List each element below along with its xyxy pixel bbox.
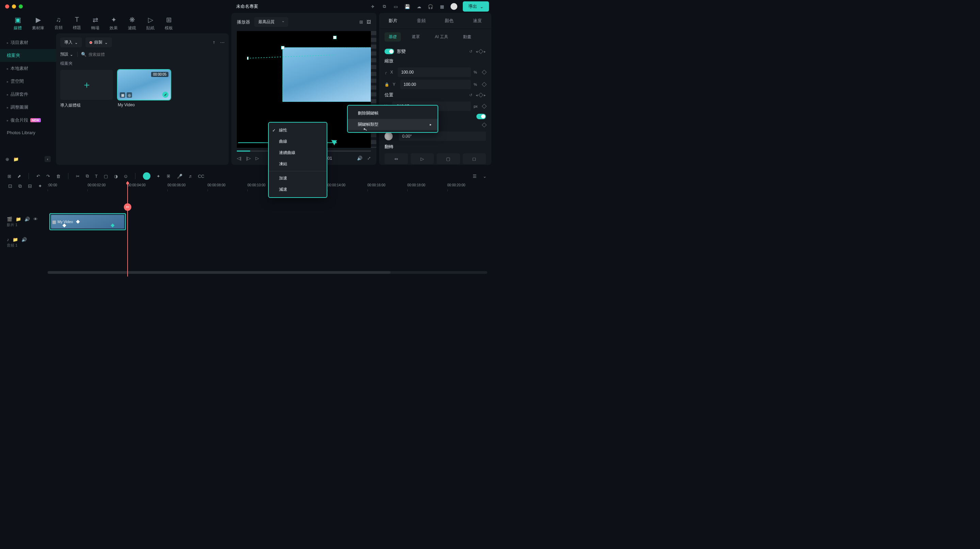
subtab-mask[interactable]: 遮罩 [408, 32, 424, 41]
ease-hold[interactable]: 凍結 [269, 158, 327, 169]
mic-icon[interactable]: 🎤 [177, 174, 182, 179]
timeline-clip[interactable]: ▦ My Video [49, 213, 126, 230]
tab-speed[interactable]: 速度 [463, 13, 492, 29]
tab-transitions[interactable]: ⇄轉場 [91, 16, 99, 31]
uniform-scale-toggle[interactable] [476, 114, 486, 119]
folder-icon[interactable]: 📁 [16, 217, 21, 222]
media-item[interactable]: 00:00:05 ▦◎ ✓ My Video [118, 70, 170, 108]
tab-color[interactable]: 顏色 [435, 13, 463, 29]
keyframe-icon[interactable] [482, 104, 487, 109]
tab-filters[interactable]: ❋濾鏡 [128, 16, 136, 31]
tab-templates[interactable]: ⊞模板 [165, 16, 173, 31]
stop-icon[interactable]: |▷ [246, 156, 250, 161]
import-tile[interactable]: ＋ 導入媒體檔 [60, 70, 113, 108]
sidebar-item-adjust[interactable]: ▸調整圖層 [0, 101, 56, 114]
cloud-icon[interactable]: ☁ [416, 3, 422, 10]
timeline-ruler[interactable]: :00:00 00:00:02:00 00:00:04:00 00:00:06:… [48, 183, 487, 192]
menu-delete-keyframe[interactable]: 刪除關鍵幀 [348, 108, 438, 119]
image-icon[interactable]: 🖼 [366, 19, 371, 24]
avatar[interactable] [450, 3, 457, 10]
search-input[interactable]: 🔍 [77, 52, 224, 57]
ease-in[interactable]: 加速 [269, 173, 327, 184]
keyframe-icon[interactable] [482, 82, 487, 87]
ease-out[interactable]: 減速 [269, 184, 327, 195]
tab-effects[interactable]: ✦效果 [110, 16, 118, 31]
keyframe-nav[interactable]: ◂▸ [476, 93, 486, 97]
flip-horizontal-button[interactable]: ⇔ [385, 153, 408, 164]
sidebar-item-project[interactable]: ▸項目素材 [0, 36, 56, 49]
delete-icon[interactable]: 🗑 [56, 174, 60, 179]
save-icon[interactable]: 💾 [404, 3, 410, 10]
volume-icon[interactable]: 🔊 [357, 156, 363, 161]
minimize-icon[interactable] [12, 5, 16, 8]
lock-icon[interactable]: 🔒 [385, 82, 389, 87]
sidebar-item-local[interactable]: ▸本地素材 [0, 62, 56, 75]
transform-toggle[interactable] [385, 49, 394, 54]
shield-icon[interactable]: ⛨ [166, 174, 171, 179]
tab-titles[interactable]: T標題 [73, 16, 81, 31]
record-icon[interactable]: ⧉ [381, 3, 387, 10]
tab-video[interactable]: 影片 [379, 13, 407, 29]
volume-icon[interactable]: 🔊 [21, 237, 27, 242]
undo-icon[interactable]: ↶ [37, 174, 40, 179]
mask-icon[interactable]: ◑ [114, 174, 118, 179]
crop-icon[interactable]: ⧉ [86, 173, 89, 179]
play-icon[interactable]: ▷ [256, 156, 259, 161]
more-icon[interactable]: ⋯ [220, 40, 224, 45]
subtab-ai[interactable]: AI 工具 [431, 32, 452, 41]
flip-vertical-button[interactable]: ▷ [411, 153, 434, 164]
fullscreen-icon[interactable]: ⤢ [367, 156, 371, 161]
tab-stock[interactable]: ▶素材庫 [32, 16, 44, 31]
sparkle-icon[interactable]: ✦ [156, 174, 160, 179]
tab-audio[interactable]: ♫音頻 [54, 16, 63, 31]
playhead[interactable] [127, 181, 128, 276]
audio-track[interactable]: ♪📁🔊 音頻 1 [7, 234, 487, 251]
ai-avatar-icon[interactable] [143, 172, 150, 180]
tab-stickers[interactable]: ▷貼紙 [146, 16, 154, 31]
record-button[interactable]: 錄製⌄ [86, 37, 112, 47]
flip-btn4[interactable]: ◻ [463, 153, 486, 164]
video-track[interactable]: 🎬📁🔊👁 影片 1 ▦ My Video [7, 213, 487, 231]
resize-handle[interactable] [281, 46, 285, 49]
scissor-icon[interactable]: ✂ [124, 203, 131, 211]
sidebar-item-folders[interactable]: 檔案夾 [0, 49, 56, 62]
video-frame[interactable] [282, 47, 371, 102]
text-icon[interactable]: T [95, 174, 98, 179]
headphones-icon[interactable]: 🎧 [427, 3, 434, 10]
filter-icon[interactable]: ⫯ [213, 40, 215, 45]
send-icon[interactable]: ✈ [369, 3, 375, 10]
folder-icon[interactable]: 📁 [13, 156, 19, 162]
sidebar-item-compound[interactable]: ▸復合片段NEW [0, 114, 56, 127]
volume-icon[interactable]: 🔊 [24, 217, 30, 222]
ease-linear[interactable]: 線性 [269, 124, 327, 136]
tab-media[interactable]: ▣媒體 [14, 16, 22, 31]
rotate-handle[interactable] [333, 36, 337, 39]
scale-y-input[interactable] [400, 80, 471, 89]
import-button[interactable]: 導入⌄ [60, 37, 82, 47]
dropdown-icon[interactable]: ⌄ [483, 174, 487, 179]
grid-icon[interactable]: ▦ [439, 3, 445, 10]
eye-icon[interactable]: 👁 [33, 217, 38, 222]
ease-continuous[interactable]: 連續曲線 [269, 147, 327, 158]
redo-icon[interactable]: ↷ [46, 174, 50, 179]
flip-btn3[interactable]: ▢ [437, 153, 460, 164]
close-icon[interactable] [5, 5, 9, 8]
music-icon[interactable]: ♬ [189, 174, 192, 179]
rotation-input[interactable] [399, 131, 486, 141]
monitor-icon[interactable]: ▭ [393, 3, 399, 10]
tab-audio[interactable]: 音頻 [407, 13, 436, 29]
grid-icon[interactable]: ⊞ [8, 174, 11, 179]
grid-view-icon[interactable]: ⊞ [360, 19, 363, 24]
subtab-animation[interactable]: 動畫 [459, 32, 476, 41]
folder-icon[interactable]: 📁 [13, 237, 18, 242]
rotation-dial[interactable] [385, 132, 393, 140]
timeline-scrollbar[interactable] [48, 271, 487, 274]
menu-keyframe-type[interactable]: 關鍵幀類型 [348, 119, 438, 130]
search-field[interactable] [89, 52, 224, 57]
sidebar-item-photos[interactable]: Photos Library [0, 127, 56, 139]
prev-frame-icon[interactable]: ◁| [237, 156, 241, 161]
timer-icon[interactable]: ⊙ [124, 174, 127, 179]
maximize-icon[interactable]: ⊡ [8, 183, 12, 189]
reset-icon[interactable]: ↺ [469, 49, 472, 54]
scale-x-input[interactable] [398, 67, 471, 77]
